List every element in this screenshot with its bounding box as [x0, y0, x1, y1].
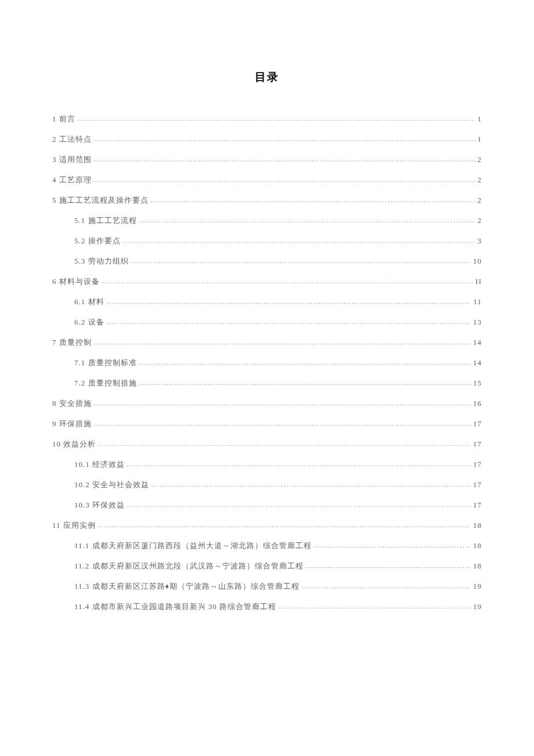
- toc-entry-page: 17: [473, 419, 482, 429]
- toc-entry-page: 2: [478, 196, 482, 205]
- toc-entry-label: 10.1 经济效益: [74, 459, 125, 470]
- toc-leader-dots: [94, 339, 471, 345]
- toc-entry: 9 环保措施17: [52, 419, 482, 429]
- toc-entry-label: 11 应用实例: [52, 520, 96, 531]
- toc-entry-page: 11: [473, 297, 482, 307]
- toc-entry-page: 17: [473, 480, 482, 489]
- toc-entry-label: 7 质量控制: [52, 337, 92, 348]
- toc-entry-page: 18: [473, 561, 482, 571]
- toc-leader-dots: [302, 582, 471, 589]
- toc-entry-label: 8 安全措施: [52, 398, 92, 409]
- toc-entry-page: 2: [478, 155, 482, 164]
- toc-entry: 6.1 材料11: [52, 297, 482, 307]
- toc-leader-dots: [127, 460, 471, 467]
- toc-title: 目录: [52, 70, 482, 85]
- toc-entry-page: 14: [473, 358, 482, 368]
- toc-entry: 10.2 安全与社会效益17: [52, 480, 482, 490]
- toc-container: 1 前言12 工法特点13 适用范围24 工艺原理25 施工工艺流程及操作要点2…: [52, 114, 482, 612]
- toc-entry: 1 前言1: [52, 114, 482, 124]
- toc-leader-dots: [139, 379, 471, 386]
- toc-leader-dots: [107, 298, 471, 305]
- toc-leader-dots: [94, 156, 475, 163]
- toc-leader-dots: [94, 135, 475, 142]
- toc-entry-label: 11.2 成都天府新区汉州路北段（武汉路～宁波路）综合管廊工程: [74, 561, 304, 571]
- toc-entry-page: 17: [473, 501, 482, 510]
- toc-entry-page: 1: [478, 135, 482, 144]
- toc-entry: 7.2 质量控制措施15: [52, 378, 482, 388]
- toc-entry-page: 10: [473, 257, 482, 266]
- toc-entry-page: 14: [473, 338, 482, 347]
- toc-entry: 7 质量控制14: [52, 337, 482, 348]
- toc-entry-page: 17: [473, 460, 482, 469]
- toc-leader-dots: [279, 603, 471, 610]
- toc-entry-label: 11.4 成都市新兴工业园道路项目新兴 30 路综合管廊工程: [74, 602, 276, 612]
- toc-entry-label: 10.3 环保效益: [74, 500, 125, 510]
- toc-entry-label: 10.2 安全与社会效益: [74, 480, 149, 490]
- toc-leader-dots: [139, 217, 475, 224]
- toc-entry-label: 11.1 成都天府新区厦门路西段（益州大道～湖北路）综合管廊工程: [74, 541, 312, 551]
- toc-entry: 8 安全措施16: [52, 398, 482, 409]
- toc-entry: 11.2 成都天府新区汉州路北段（武汉路～宁波路）综合管廊工程18: [52, 561, 482, 571]
- toc-leader-dots: [127, 501, 471, 508]
- toc-leader-dots: [151, 196, 475, 203]
- toc-entry-label: 4 工艺原理: [52, 175, 92, 185]
- toc-entry: 6.2 设备13: [52, 317, 482, 327]
- toc-leader-dots: [151, 481, 471, 488]
- toc-leader-dots: [98, 440, 471, 447]
- toc-entry-label: 7.1 质量控制标准: [74, 358, 137, 368]
- toc-leader-dots: [107, 318, 471, 325]
- toc-entry-label: 5.2 操作要点: [74, 236, 121, 246]
- toc-leader-dots: [139, 359, 471, 366]
- toc-leader-dots: [306, 562, 471, 569]
- toc-leader-dots: [94, 420, 471, 427]
- toc-entry-label: 10 效益分析: [52, 439, 96, 449]
- toc-entry-label: 2 工法特点: [52, 134, 92, 145]
- toc-entry-page: 2: [478, 216, 482, 225]
- toc-entry: 11 应用实例18: [52, 520, 482, 531]
- toc-entry: 10.3 环保效益17: [52, 500, 482, 510]
- toc-entry: 3 适用范围2: [52, 154, 482, 165]
- toc-entry: 5.2 操作要点3: [52, 236, 482, 246]
- toc-entry: 2 工法特点1: [52, 134, 482, 145]
- toc-leader-dots: [78, 115, 475, 122]
- toc-leader-dots: [94, 399, 471, 406]
- toc-entry-page: 1: [478, 114, 482, 124]
- toc-leader-dots: [314, 542, 471, 549]
- toc-entry: 11.3 成都天府新区江苏路♦期（宁波路～山东路）综合管廊工程19: [52, 581, 482, 592]
- toc-entry-label: 6.1 材料: [74, 297, 104, 307]
- toc-entry-page: 19: [473, 582, 482, 591]
- toc-entry: 7.1 质量控制标准14: [52, 358, 482, 368]
- toc-entry-label: 5 施工工艺流程及操作要点: [52, 195, 149, 206]
- toc-leader-dots: [98, 521, 471, 528]
- toc-entry: 10.1 经济效益17: [52, 459, 482, 470]
- toc-entry-label: 5.3 劳动力组织: [74, 256, 129, 267]
- toc-entry: 10 效益分析17: [52, 439, 482, 449]
- toc-entry-page: 15: [473, 379, 482, 388]
- toc-entry-page: 19: [473, 602, 482, 611]
- toc-entry-label: 3 适用范围: [52, 154, 92, 165]
- toc-entry-label: 5.1 施工工艺流程: [74, 215, 137, 226]
- toc-leader-dots: [123, 237, 475, 244]
- toc-entry-page: 3: [478, 236, 482, 246]
- toc-entry-page: II: [475, 277, 482, 286]
- toc-entry-page: 13: [473, 318, 482, 327]
- toc-entry-label: 11.3 成都天府新区江苏路♦期（宁波路～山东路）综合管廊工程: [74, 581, 300, 592]
- toc-entry: 5 施工工艺流程及操作要点2: [52, 195, 482, 206]
- toc-entry-page: 17: [473, 440, 482, 449]
- toc-entry-page: 16: [473, 399, 482, 408]
- toc-entry: 11.4 成都市新兴工业园道路项目新兴 30 路综合管廊工程19: [52, 602, 482, 612]
- toc-entry: 5.1 施工工艺流程2: [52, 215, 482, 226]
- toc-entry-page: 18: [473, 541, 482, 550]
- toc-entry: 5.3 劳动力组织10: [52, 256, 482, 267]
- toc-entry: 4 工艺原理2: [52, 175, 482, 185]
- toc-entry: 6 材料与设备II: [52, 276, 482, 287]
- toc-leader-dots: [94, 176, 475, 183]
- toc-entry: 11.1 成都天府新区厦门路西段（益州大道～湖北路）综合管廊工程18: [52, 541, 482, 551]
- toc-entry-label: 7.2 质量控制措施: [74, 378, 137, 388]
- toc-entry-label: 6 材料与设备: [52, 276, 100, 287]
- toc-entry-label: 6.2 设备: [74, 317, 104, 327]
- toc-entry-label: 1 前言: [52, 114, 75, 124]
- toc-entry-label: 9 环保措施: [52, 419, 92, 429]
- toc-leader-dots: [131, 257, 471, 264]
- toc-leader-dots: [102, 278, 474, 285]
